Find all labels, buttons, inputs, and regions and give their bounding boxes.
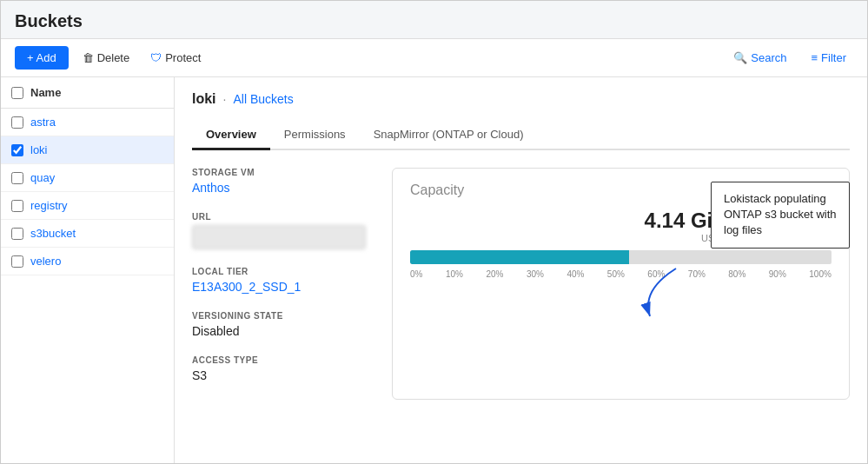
local-tier-value: E13A300_2_SSD_1	[192, 280, 366, 294]
access-value: S3	[192, 368, 366, 382]
url-section: URL	[192, 212, 366, 249]
label-80: 80%	[728, 269, 745, 279]
tab-snapmirror[interactable]: SnapMirror (ONTAP or Cloud)	[360, 121, 538, 150]
protect-button[interactable]: 🛡 Protect	[143, 46, 208, 70]
loki-checkbox[interactable]	[11, 144, 23, 156]
sidebar-item-s3bucket[interactable]: s3bucket	[1, 220, 174, 248]
versioning-section: VERSIONING STATE Disabled	[192, 311, 366, 338]
quay-checkbox[interactable]	[11, 172, 23, 184]
tabs: Overview Permissions SnapMirror (ONTAP o…	[192, 121, 850, 150]
details-left: STORAGE VM Anthos URL LOCAL TIER E13A300…	[192, 168, 366, 400]
s3bucket-checkbox[interactable]	[11, 228, 23, 240]
search-label: Search	[751, 51, 786, 64]
label-30: 30%	[527, 269, 544, 279]
sidebar-header: Name	[1, 77, 174, 109]
velero-checkbox[interactable]	[11, 255, 23, 268]
label-0: 0%	[410, 269, 422, 279]
tab-permissions[interactable]: Permissions	[270, 121, 360, 150]
tab-overview[interactable]: Overview	[192, 121, 270, 150]
toolbar-right: 🔍 Search ≡ Filter	[726, 46, 853, 70]
breadcrumb-current: loki	[192, 91, 216, 107]
s3bucket-label: s3bucket	[30, 227, 76, 240]
trash-icon: 🗑	[83, 51, 94, 64]
toolbar: + Add 🗑 Delete 🛡 Protect 🔍 Search ≡ Filt…	[1, 39, 867, 77]
toolbar-left: + Add 🗑 Delete 🛡 Protect	[15, 46, 719, 70]
callout-box: Lokistack populating ONTAP s3 bucket wit…	[711, 182, 850, 249]
app-container: Buckets + Add 🗑 Delete 🛡 Protect 🔍 Searc…	[0, 0, 868, 464]
url-label: URL	[192, 212, 366, 222]
access-section: ACCESS TYPE S3	[192, 355, 366, 382]
search-icon: 🔍	[733, 51, 747, 64]
sidebar: Name astra loki quay registry s3bucket	[1, 77, 175, 463]
main-content: loki · All Buckets Overview Permissions …	[175, 77, 867, 463]
loki-label: loki	[30, 143, 48, 156]
versioning-value: Disabled	[192, 324, 366, 338]
label-40: 40%	[567, 269, 584, 279]
storage-vm-label: STORAGE VM	[192, 168, 366, 177]
storage-vm-value: Anthos	[192, 181, 366, 195]
sidebar-item-astra[interactable]: astra	[1, 109, 174, 136]
filter-button[interactable]: ≡ Filter	[805, 46, 853, 70]
access-label: ACCESS TYPE	[192, 355, 366, 365]
label-90: 90%	[769, 269, 786, 279]
search-button[interactable]: 🔍 Search	[726, 46, 793, 70]
registry-checkbox[interactable]	[11, 200, 23, 212]
shield-icon: 🛡	[150, 51, 162, 64]
select-all-checkbox[interactable]	[11, 87, 23, 99]
filter-label: Filter	[821, 51, 846, 64]
label-100: 100%	[809, 269, 832, 279]
breadcrumb-separator: ·	[223, 92, 227, 106]
callout-text: Lokistack populating ONTAP s3 bucket wit…	[724, 192, 837, 236]
callout-arrow	[633, 264, 685, 328]
local-tier-label: LOCAL TIER	[192, 267, 366, 276]
astra-checkbox[interactable]	[11, 116, 23, 129]
content-area: Name astra loki quay registry s3bucket	[1, 77, 867, 463]
sidebar-item-velero[interactable]: velero	[1, 248, 174, 275]
sidebar-item-loki[interactable]: loki	[1, 136, 174, 164]
storage-vm-section: STORAGE VM Anthos	[192, 168, 366, 195]
protect-label: Protect	[165, 51, 201, 64]
sidebar-item-quay[interactable]: quay	[1, 164, 174, 192]
label-20: 20%	[486, 269, 503, 279]
label-50: 50%	[607, 269, 625, 279]
breadcrumb-link[interactable]: All Buckets	[233, 92, 293, 106]
url-value	[192, 225, 366, 249]
progress-bar	[410, 250, 832, 264]
astra-label: astra	[30, 116, 56, 129]
breadcrumb: loki · All Buckets	[192, 91, 850, 107]
label-70: 70%	[688, 269, 706, 279]
page-title: Buckets	[1, 1, 867, 39]
filter-icon: ≡	[812, 51, 818, 64]
versioning-label: VERSIONING STATE	[192, 311, 366, 321]
quay-label: quay	[30, 171, 55, 184]
delete-button[interactable]: 🗑 Delete	[76, 46, 137, 70]
local-tier-section: LOCAL TIER E13A300_2_SSD_1	[192, 267, 366, 294]
progress-fill	[410, 250, 629, 264]
sidebar-item-registry[interactable]: registry	[1, 192, 174, 220]
sidebar-header-label: Name	[30, 86, 61, 99]
progress-labels: 0% 10% 20% 30% 40% 50% 60% 70% 80% 90% 1…	[410, 269, 832, 279]
delete-label: Delete	[97, 51, 130, 64]
velero-label: velero	[30, 255, 61, 268]
add-button[interactable]: + Add	[15, 46, 69, 70]
label-10: 10%	[446, 269, 463, 279]
registry-label: registry	[30, 199, 68, 212]
